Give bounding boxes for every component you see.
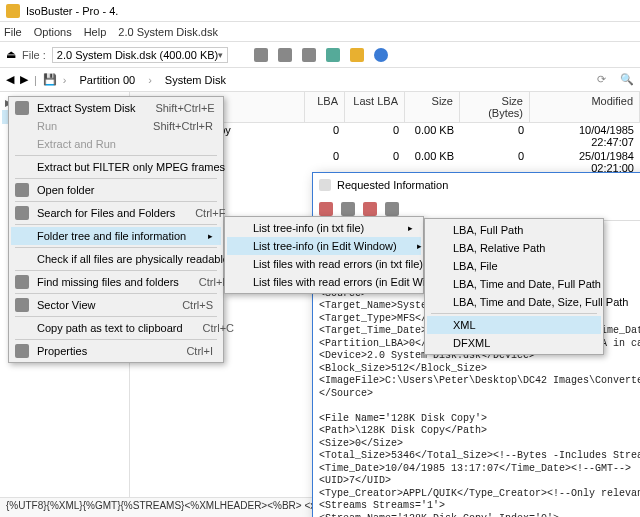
app-icon: [6, 4, 20, 18]
menu-item[interactable]: PropertiesCtrl+I: [11, 342, 221, 360]
toolbar: ⏏ File : 2.0 System Disk.dsk (400.00 KB): [0, 42, 640, 68]
menu-item[interactable]: Extract but FILTER only MPEG frames: [11, 158, 221, 176]
toolbar-icon-2[interactable]: [278, 48, 292, 62]
breadcrumb: ◀ ▶ | 💾 › Partition 00 › System Disk ⟳ 🔍: [0, 68, 640, 92]
menu-item[interactable]: XML: [427, 316, 601, 334]
toolbar-icon-1[interactable]: [254, 48, 268, 62]
titlebar: IsoBuster - Pro - 4.: [0, 0, 640, 22]
device-icon[interactable]: 💾: [43, 73, 57, 86]
menu-options[interactable]: Options: [34, 26, 72, 38]
menu-item[interactable]: Extract System DiskShift+Ctrl+E: [11, 99, 221, 117]
menu-item[interactable]: Folder tree and file information: [11, 227, 221, 245]
toolbar-icon-4[interactable]: [326, 48, 340, 62]
menu-item[interactable]: LBA, Full Path: [427, 221, 601, 239]
menu-item[interactable]: Find missing files and foldersCtrl+F3: [11, 273, 221, 291]
eject-icon[interactable]: ⏏: [6, 48, 16, 61]
menu-item: Extract and Run: [11, 135, 221, 153]
menubar: File Options Help 2.0 System Disk.dsk: [0, 22, 640, 42]
menu-item[interactable]: Search for Files and FoldersCtrl+F: [11, 204, 221, 222]
menu-item[interactable]: Open folder: [11, 181, 221, 199]
col-lastlba[interactable]: Last LBA: [345, 92, 405, 122]
col-modified[interactable]: Modified: [530, 92, 640, 122]
file-dropdown[interactable]: 2.0 System Disk.dsk (400.00 KB): [52, 47, 228, 63]
refresh-icon[interactable]: ⟳: [597, 73, 606, 86]
crumb-volume[interactable]: System Disk: [158, 72, 233, 88]
nav-back-icon[interactable]: ◀: [6, 73, 14, 86]
context-submenu-treeinfo[interactable]: List tree-info (in txt file)List tree-in…: [224, 216, 424, 294]
menu-item[interactable]: Check if all files are physically readab…: [11, 250, 221, 268]
menu-item[interactable]: List tree-info (in txt file): [227, 219, 421, 237]
context-submenu-format[interactable]: LBA, Full PathLBA, Relative PathLBA, Fil…: [424, 218, 604, 355]
menu-filename[interactable]: 2.0 System Disk.dsk: [118, 26, 218, 38]
nav-fwd-icon[interactable]: ▶: [20, 73, 28, 86]
req-tb-1[interactable]: [319, 202, 333, 216]
menu-item[interactable]: LBA, File: [427, 257, 601, 275]
help-icon[interactable]: [374, 48, 388, 62]
col-lba[interactable]: LBA: [305, 92, 345, 122]
menu-item[interactable]: List files with read errors (in Edit Win…: [227, 273, 421, 291]
menu-item[interactable]: Copy path as text to clipboardCtrl+C: [11, 319, 221, 337]
menu-item: RunShift+Ctrl+R: [11, 117, 221, 135]
toolbar-icon-3[interactable]: [302, 48, 316, 62]
req-tb-4[interactable]: [385, 202, 399, 216]
menu-item[interactable]: LBA, Relative Path: [427, 239, 601, 257]
menu-item[interactable]: LBA, Time and Date, Size, Full Path: [427, 293, 601, 311]
search-icon[interactable]: 🔍: [620, 73, 634, 86]
menu-item[interactable]: List tree-info (in Edit Window): [227, 237, 421, 255]
file-label: File :: [22, 49, 46, 61]
req-window-icon: [319, 179, 331, 191]
toolbar-icon-5[interactable]: [350, 48, 364, 62]
crumb-partition[interactable]: Partition 00: [73, 72, 143, 88]
req-titlebar[interactable]: Requested Information: [313, 173, 640, 197]
menu-item[interactable]: Sector ViewCtrl+S: [11, 296, 221, 314]
req-tb-2[interactable]: [341, 202, 355, 216]
req-tb-3[interactable]: [363, 202, 377, 216]
menu-file[interactable]: File: [4, 26, 22, 38]
col-bytes[interactable]: Size (Bytes): [460, 92, 530, 122]
menu-item[interactable]: LBA, Time and Date, Full Path: [427, 275, 601, 293]
menu-help[interactable]: Help: [84, 26, 107, 38]
context-menu-main[interactable]: Extract System DiskShift+Ctrl+ERunShift+…: [8, 96, 224, 363]
col-size[interactable]: Size: [405, 92, 460, 122]
window-title: IsoBuster - Pro - 4.: [26, 5, 118, 17]
menu-item[interactable]: List files with read errors (in txt file…: [227, 255, 421, 273]
menu-item[interactable]: DFXML: [427, 334, 601, 352]
